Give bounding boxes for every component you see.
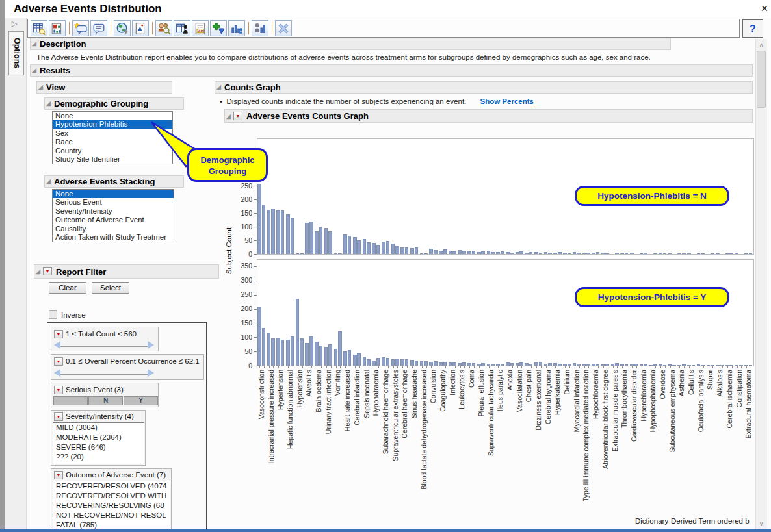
bar-subarachnoid-haemorrhage-series_2-y[interactable] xyxy=(386,358,390,366)
bar-hyperkalaemia-series_1-n[interactable] xyxy=(553,253,557,254)
bar-sinus-headache-series_2-y[interactable] xyxy=(415,361,419,366)
bar-anoxia-series_2-y[interactable] xyxy=(510,363,514,366)
bar-chest-pain-series_1-n[interactable] xyxy=(525,253,529,254)
bar-sepsis-neonatal-series_1-n[interactable] xyxy=(363,239,367,254)
bar-sinus-headache-series_2-n[interactable] xyxy=(415,247,419,254)
bar-hypotension-series_1-y[interactable] xyxy=(296,299,300,366)
bar-delirium-series_2-y[interactable] xyxy=(568,364,571,366)
bar-coagulopathy-series_2-n[interactable] xyxy=(443,249,447,254)
bar-myocardial-infarction-series_1-y[interactable] xyxy=(573,363,577,366)
bar-supraventricular-tachycardia-series_1-y[interactable] xyxy=(487,364,491,366)
bar-ileus-paralytic-series_2-n[interactable] xyxy=(501,251,504,254)
bar-alkalosis-series_1-y[interactable] xyxy=(716,365,720,366)
bar-vasoconstriction-series_2-n[interactable] xyxy=(262,205,266,254)
bar-cerebral-ischaemia-series_2-y[interactable] xyxy=(729,365,733,366)
bar-vasodilatation-series_2-n[interactable] xyxy=(519,251,523,254)
bar-blood-lactate-dehydrogenase-increased-series_1-y[interactable] xyxy=(420,361,424,366)
bar-coma-series_1-y[interactable] xyxy=(467,363,471,366)
bar-stupor-series_1-y[interactable] xyxy=(707,365,711,366)
bar-hepatic-function-abnormal-series_2-y[interactable] xyxy=(291,336,294,366)
bar-cellulitis-series_1-n[interactable] xyxy=(687,253,691,255)
bar-stupor-series_2-y[interactable] xyxy=(711,365,714,366)
bar-cellulitis-series_1-y[interactable] xyxy=(687,365,691,366)
bar-hyperkalaemia-series_1-y[interactable] xyxy=(553,363,557,366)
bar-hypochloraemia-series_2-n[interactable] xyxy=(596,252,600,254)
bar-hypertension-series_2-y[interactable] xyxy=(281,340,285,366)
bar-heart-rate-increased-series_1-y[interactable] xyxy=(343,351,347,366)
bar-heart-rate-increased-series_1-n[interactable] xyxy=(343,234,347,254)
bar-brain-oedema-series_1-y[interactable] xyxy=(315,342,319,366)
bar-supraventricular-tachycardia-series_1-n[interactable] xyxy=(487,251,491,254)
bar-cerebral-hygroma-series_1-y[interactable] xyxy=(544,364,548,366)
bar-urinary-tract-infection-series_2-n[interactable] xyxy=(328,231,332,254)
bar-thrombocythaemia-series_2-n[interactable] xyxy=(625,253,629,254)
bar-hyponatraemia-series_2-y[interactable] xyxy=(376,358,380,366)
bar-cellulitis-series_2-y[interactable] xyxy=(692,365,696,366)
bar-anoxia-series_1-n[interactable] xyxy=(506,252,510,254)
bar-supraventricular-extrasystoles-series_1-y[interactable] xyxy=(391,359,395,366)
bar-extraocular-muscle-paresis-series_2-y[interactable] xyxy=(615,363,619,366)
bar-oculofacial-paralysis-series_2-n[interactable] xyxy=(701,253,705,255)
bar-cardiovascular-disorder-series_2-y[interactable] xyxy=(634,364,638,366)
bar-overdose-series_1-y[interactable] xyxy=(659,364,662,366)
bar-hepatic-function-abnormal-series_1-y[interactable] xyxy=(286,340,290,366)
bar-cerebral-haemorrhage-series_2-n[interactable] xyxy=(405,247,409,254)
bar-overdose-series_1-n[interactable] xyxy=(659,253,662,254)
bar-vomiting-series_2-n[interactable] xyxy=(338,253,342,255)
bar-hypochloraemia-series_2-y[interactable] xyxy=(596,364,600,366)
bar-subcutaneous-emphysema-series_1-n[interactable] xyxy=(668,253,672,255)
bar-subarachnoid-haemorrhage-series_1-n[interactable] xyxy=(382,242,386,254)
bar-infection-series_1-y[interactable] xyxy=(449,362,452,366)
bar-type-iii-immune-complex-mediated-reaction-series_1-n[interactable] xyxy=(582,253,586,255)
bar-type-iii-immune-complex-mediated-reaction-series_1-y[interactable] xyxy=(582,364,586,366)
bar-leukocytosis-series_1-n[interactable] xyxy=(458,250,462,254)
bar-subcutaneous-emphysema-series_1-y[interactable] xyxy=(668,364,672,366)
bar-sepsis-neonatal-series_1-y[interactable] xyxy=(363,357,367,366)
bar-hyperchloraemia-series_2-y[interactable] xyxy=(644,364,647,366)
bar-supraventricular-extrasystoles-series_1-n[interactable] xyxy=(391,244,395,254)
bar-extradural-haematoma-series_2-y[interactable] xyxy=(749,365,753,366)
bar-convulsion-series_2-n[interactable] xyxy=(434,250,438,254)
bar-constipation-series_1-n[interactable] xyxy=(735,253,739,255)
bar-type-iii-immune-complex-mediated-reaction-series_2-n[interactable] xyxy=(586,253,590,254)
bar-hypotension-series_1-n[interactable] xyxy=(296,253,300,255)
bar-ileus-paralytic-series_1-n[interactable] xyxy=(496,252,500,254)
bar-intracranial-pressure-increased-series_2-y[interactable] xyxy=(271,338,275,366)
bar-subcutaneous-emphysema-series_2-y[interactable] xyxy=(672,365,676,366)
bar-coma-series_2-n[interactable] xyxy=(472,251,476,254)
bar-pleural-effusion-series_1-y[interactable] xyxy=(477,364,481,366)
bar-alveolitis-series_2-n[interactable] xyxy=(309,222,313,254)
bar-thrombocythaemia-series_2-y[interactable] xyxy=(625,364,629,366)
bar-extraocular-muscle-paresis-series_2-n[interactable] xyxy=(615,253,619,254)
bar-alveolitis-series_2-y[interactable] xyxy=(309,336,313,366)
bar-urinary-tract-infection-series_1-n[interactable] xyxy=(324,228,328,254)
bar-intracranial-pressure-increased-series_1-n[interactable] xyxy=(267,210,271,254)
bar-cerebral-hygroma-series_1-n[interactable] xyxy=(544,252,548,254)
bar-ileus-paralytic-series_1-y[interactable] xyxy=(496,364,500,366)
bar-blood-lactate-dehydrogenase-increased-series_1-n[interactable] xyxy=(420,253,424,255)
bar-thrombocythaemia-series_1-n[interactable] xyxy=(620,253,624,255)
bar-intracranial-pressure-increased-series_2-n[interactable] xyxy=(271,209,275,254)
bar-dizziness-exertional-series_2-n[interactable] xyxy=(539,253,543,254)
bar-extradural-haematoma-series_1-y[interactable] xyxy=(744,365,748,366)
bar-vasodilatation-series_1-y[interactable] xyxy=(516,363,519,366)
bar-atrioventricular-block-first-degree-series_1-y[interactable] xyxy=(601,364,605,366)
bar-brain-oedema-series_1-n[interactable] xyxy=(315,231,319,254)
bar-cerebral-infarction-series_1-n[interactable] xyxy=(353,237,357,254)
bar-infection-series_1-n[interactable] xyxy=(449,251,452,254)
bar-hypochloraemia-series_1-n[interactable] xyxy=(592,253,595,254)
bar-hyperchloraemia-series_1-n[interactable] xyxy=(640,253,644,255)
bar-myocardial-infarction-series_1-n[interactable] xyxy=(573,252,577,254)
bar-hepatic-function-abnormal-series_1-n[interactable] xyxy=(286,214,290,254)
bar-leukocytosis-series_2-n[interactable] xyxy=(462,251,466,254)
bar-coagulopathy-series_1-y[interactable] xyxy=(439,362,443,366)
bar-leukocytosis-series_2-y[interactable] xyxy=(462,362,466,366)
bar-hypertension-series_1-n[interactable] xyxy=(276,210,280,254)
bar-supraventricular-tachycardia-series_2-n[interactable] xyxy=(491,252,495,254)
bar-myocardial-infarction-series_2-n[interactable] xyxy=(577,253,581,254)
bar-asthenia-series_2-y[interactable] xyxy=(682,364,686,366)
bar-coagulopathy-series_2-y[interactable] xyxy=(443,362,447,366)
bar-hypotension-series_2-y[interactable] xyxy=(300,338,304,366)
bar-vasoconstriction-series_2-y[interactable] xyxy=(262,328,266,366)
bar-hyponatraemia-series_1-y[interactable] xyxy=(372,361,376,366)
